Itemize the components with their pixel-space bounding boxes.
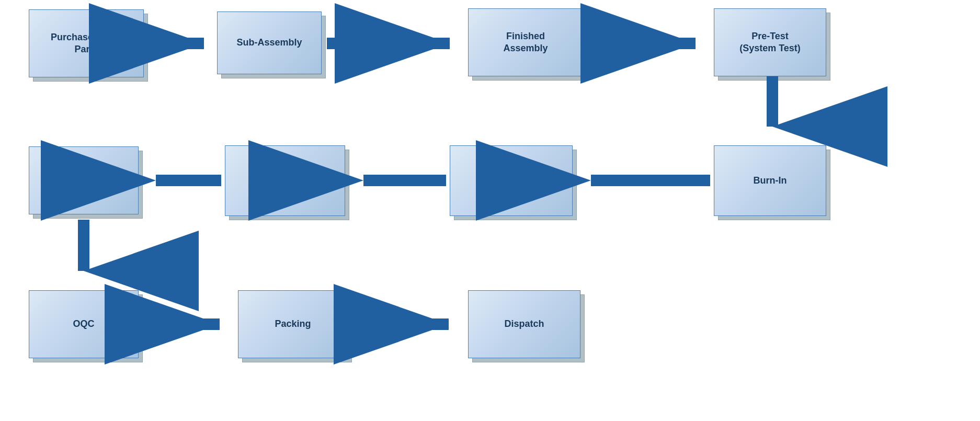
arrows-svg: [0, 0, 980, 421]
flowchart: Purchase SpareParts Sub-Assembly Finishe…: [0, 0, 980, 421]
